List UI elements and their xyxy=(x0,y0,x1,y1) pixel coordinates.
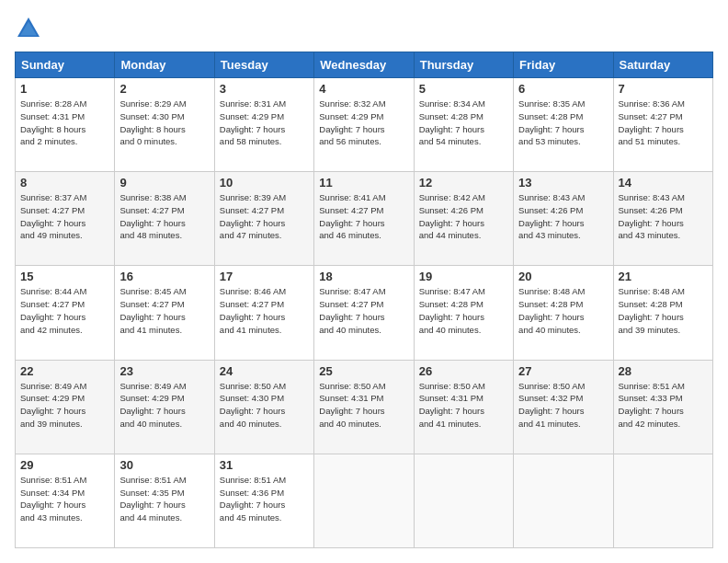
weekday-header-friday: Friday xyxy=(514,52,613,78)
day-number: 10 xyxy=(220,176,309,190)
weekday-header-monday: Monday xyxy=(115,52,214,78)
day-number: 24 xyxy=(220,364,309,378)
day-number: 4 xyxy=(319,82,408,96)
day-detail: Sunrise: 8:48 AMSunset: 4:28 PMDaylight:… xyxy=(619,285,708,336)
day-number: 20 xyxy=(518,270,608,283)
day-detail: Sunrise: 8:35 AMSunset: 4:28 PMDaylight:… xyxy=(518,98,608,148)
day-detail: Sunrise: 8:51 AMSunset: 4:36 PMDaylight:… xyxy=(220,474,309,524)
day-detail: Sunrise: 8:43 AMSunset: 4:26 PMDaylight:… xyxy=(518,191,608,242)
calendar-cell: 8Sunrise: 8:37 AMSunset: 4:27 PMDaylight… xyxy=(16,172,115,266)
calendar-cell: 22Sunrise: 8:49 AMSunset: 4:29 PMDayligh… xyxy=(16,360,115,454)
day-detail: Sunrise: 8:51 AMSunset: 4:33 PMDaylight:… xyxy=(619,380,708,431)
day-number: 28 xyxy=(619,364,708,378)
calendar-week-1: 1Sunrise: 8:28 AMSunset: 4:31 PMDaylight… xyxy=(16,78,713,172)
day-detail: Sunrise: 8:47 AMSunset: 4:27 PMDaylight:… xyxy=(319,285,408,336)
day-number: 7 xyxy=(619,82,708,96)
calendar-table: SundayMondayTuesdayWednesdayThursdayFrid… xyxy=(15,52,713,548)
day-number: 12 xyxy=(419,176,508,190)
day-detail: Sunrise: 8:32 AMSunset: 4:29 PMDaylight:… xyxy=(319,98,408,148)
calendar-cell: 10Sunrise: 8:39 AMSunset: 4:27 PMDayligh… xyxy=(214,172,313,266)
weekday-header-saturday: Saturday xyxy=(613,52,712,78)
day-number: 6 xyxy=(518,82,608,96)
day-detail: Sunrise: 8:45 AMSunset: 4:27 PMDaylight:… xyxy=(119,285,209,336)
weekday-header-tuesday: Tuesday xyxy=(214,52,313,78)
day-number: 8 xyxy=(20,176,109,190)
day-detail: Sunrise: 8:47 AMSunset: 4:28 PMDaylight:… xyxy=(419,285,508,336)
calendar-cell: 4Sunrise: 8:32 AMSunset: 4:29 PMDaylight… xyxy=(314,78,414,172)
day-number: 29 xyxy=(20,458,109,472)
day-number: 27 xyxy=(518,364,608,378)
day-number: 22 xyxy=(20,364,109,378)
day-detail: Sunrise: 8:49 AMSunset: 4:29 PMDaylight:… xyxy=(119,380,209,431)
calendar-cell xyxy=(314,454,414,547)
calendar-cell: 25Sunrise: 8:50 AMSunset: 4:31 PMDayligh… xyxy=(314,360,414,454)
calendar-cell: 30Sunrise: 8:51 AMSunset: 4:35 PMDayligh… xyxy=(115,454,214,547)
weekday-header-thursday: Thursday xyxy=(414,52,513,78)
day-detail: Sunrise: 8:51 AMSunset: 4:34 PMDaylight:… xyxy=(20,474,109,524)
day-number: 31 xyxy=(220,458,309,472)
page: SundayMondayTuesdayWednesdayThursdayFrid… xyxy=(0,0,728,563)
logo xyxy=(15,15,46,42)
day-detail: Sunrise: 8:29 AMSunset: 4:30 PMDaylight:… xyxy=(119,98,209,148)
day-detail: Sunrise: 8:48 AMSunset: 4:28 PMDaylight:… xyxy=(518,285,608,336)
calendar-week-2: 8Sunrise: 8:37 AMSunset: 4:27 PMDaylight… xyxy=(16,172,713,266)
day-number: 21 xyxy=(619,270,708,283)
calendar-week-3: 15Sunrise: 8:44 AMSunset: 4:27 PMDayligh… xyxy=(16,266,713,360)
calendar-cell: 12Sunrise: 8:42 AMSunset: 4:26 PMDayligh… xyxy=(414,172,513,266)
calendar-cell: 3Sunrise: 8:31 AMSunset: 4:29 PMDaylight… xyxy=(214,78,313,172)
day-number: 15 xyxy=(20,270,109,283)
day-detail: Sunrise: 8:34 AMSunset: 4:28 PMDaylight:… xyxy=(419,98,508,148)
day-detail: Sunrise: 8:37 AMSunset: 4:27 PMDaylight:… xyxy=(20,191,109,242)
day-number: 11 xyxy=(319,176,408,190)
day-detail: Sunrise: 8:44 AMSunset: 4:27 PMDaylight:… xyxy=(20,285,109,336)
day-detail: Sunrise: 8:50 AMSunset: 4:30 PMDaylight:… xyxy=(220,380,309,431)
calendar-cell: 13Sunrise: 8:43 AMSunset: 4:26 PMDayligh… xyxy=(514,172,613,266)
calendar-cell: 19Sunrise: 8:47 AMSunset: 4:28 PMDayligh… xyxy=(414,266,513,360)
day-number: 9 xyxy=(119,176,209,190)
logo-icon xyxy=(15,15,42,42)
day-detail: Sunrise: 8:50 AMSunset: 4:31 PMDaylight:… xyxy=(419,380,508,431)
calendar-week-4: 22Sunrise: 8:49 AMSunset: 4:29 PMDayligh… xyxy=(16,360,713,454)
calendar-cell: 27Sunrise: 8:50 AMSunset: 4:32 PMDayligh… xyxy=(514,360,613,454)
day-number: 18 xyxy=(319,270,408,283)
day-detail: Sunrise: 8:50 AMSunset: 4:31 PMDaylight:… xyxy=(319,380,408,431)
day-detail: Sunrise: 8:36 AMSunset: 4:27 PMDaylight:… xyxy=(619,98,708,148)
calendar-cell: 1Sunrise: 8:28 AMSunset: 4:31 PMDaylight… xyxy=(16,78,115,172)
day-detail: Sunrise: 8:39 AMSunset: 4:27 PMDaylight:… xyxy=(220,191,309,242)
day-number: 17 xyxy=(220,270,309,283)
day-detail: Sunrise: 8:41 AMSunset: 4:27 PMDaylight:… xyxy=(319,191,408,242)
day-detail: Sunrise: 8:50 AMSunset: 4:32 PMDaylight:… xyxy=(518,380,608,431)
day-detail: Sunrise: 8:42 AMSunset: 4:26 PMDaylight:… xyxy=(419,191,508,242)
calendar-cell: 11Sunrise: 8:41 AMSunset: 4:27 PMDayligh… xyxy=(314,172,414,266)
calendar-header-row: SundayMondayTuesdayWednesdayThursdayFrid… xyxy=(16,52,713,78)
calendar-cell: 2Sunrise: 8:29 AMSunset: 4:30 PMDaylight… xyxy=(115,78,214,172)
calendar-cell: 15Sunrise: 8:44 AMSunset: 4:27 PMDayligh… xyxy=(16,266,115,360)
calendar-cell: 16Sunrise: 8:45 AMSunset: 4:27 PMDayligh… xyxy=(115,266,214,360)
day-number: 14 xyxy=(619,176,708,190)
calendar-cell: 9Sunrise: 8:38 AMSunset: 4:27 PMDaylight… xyxy=(115,172,214,266)
calendar-cell: 26Sunrise: 8:50 AMSunset: 4:31 PMDayligh… xyxy=(414,360,513,454)
day-detail: Sunrise: 8:49 AMSunset: 4:29 PMDaylight:… xyxy=(20,380,109,431)
calendar-cell: 29Sunrise: 8:51 AMSunset: 4:34 PMDayligh… xyxy=(16,454,115,547)
day-number: 2 xyxy=(119,82,209,96)
day-number: 13 xyxy=(518,176,608,190)
calendar-cell: 23Sunrise: 8:49 AMSunset: 4:29 PMDayligh… xyxy=(115,360,214,454)
day-detail: Sunrise: 8:51 AMSunset: 4:35 PMDaylight:… xyxy=(119,474,209,524)
calendar-cell: 24Sunrise: 8:50 AMSunset: 4:30 PMDayligh… xyxy=(214,360,313,454)
calendar-week-5: 29Sunrise: 8:51 AMSunset: 4:34 PMDayligh… xyxy=(16,454,713,547)
calendar-cell: 18Sunrise: 8:47 AMSunset: 4:27 PMDayligh… xyxy=(314,266,414,360)
day-number: 23 xyxy=(119,364,209,378)
calendar-cell xyxy=(514,454,613,547)
day-number: 25 xyxy=(319,364,408,378)
day-detail: Sunrise: 8:43 AMSunset: 4:26 PMDaylight:… xyxy=(619,191,708,242)
calendar-cell: 6Sunrise: 8:35 AMSunset: 4:28 PMDaylight… xyxy=(514,78,613,172)
day-detail: Sunrise: 8:28 AMSunset: 4:31 PMDaylight:… xyxy=(20,98,109,148)
day-number: 19 xyxy=(419,270,508,283)
day-number: 1 xyxy=(20,82,109,96)
day-detail: Sunrise: 8:31 AMSunset: 4:29 PMDaylight:… xyxy=(220,98,309,148)
calendar-cell: 14Sunrise: 8:43 AMSunset: 4:26 PMDayligh… xyxy=(613,172,712,266)
day-number: 30 xyxy=(119,458,209,472)
calendar-cell: 5Sunrise: 8:34 AMSunset: 4:28 PMDaylight… xyxy=(414,78,513,172)
calendar-cell xyxy=(414,454,513,547)
weekday-header-wednesday: Wednesday xyxy=(314,52,414,78)
